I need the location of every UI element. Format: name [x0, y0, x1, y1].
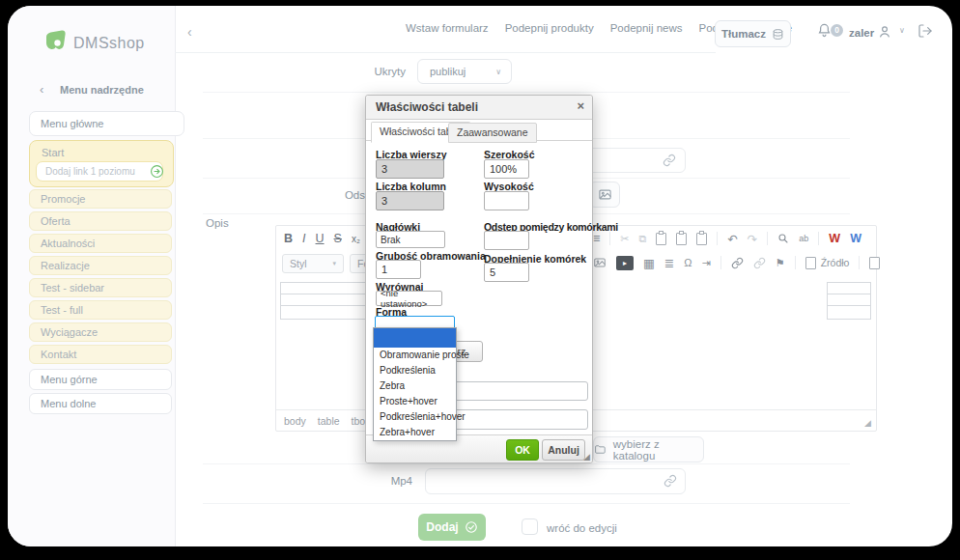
- forma-dropdown-option[interactable]: Obramowanie proste: [374, 348, 456, 363]
- table-cell: [827, 305, 871, 320]
- cut-icon[interactable]: ✂: [620, 233, 629, 245]
- forma-dropdown-option[interactable]: Podkreślenia: [374, 363, 456, 378]
- sidebar-item[interactable]: Realizacje: [29, 256, 172, 275]
- special-char-icon[interactable]: Ω: [684, 257, 692, 268]
- wysokosc-input[interactable]: [484, 191, 529, 210]
- link-icon[interactable]: [731, 257, 744, 269]
- sidebar-item[interactable]: Test - full: [29, 300, 172, 320]
- anchor-icon[interactable]: ⚑: [776, 257, 785, 269]
- dodaj-button[interactable]: Dodaj: [418, 514, 486, 541]
- close-icon[interactable]: ×: [577, 98, 584, 113]
- toolbar-separator: [717, 232, 718, 245]
- show-blocks-icon[interactable]: ≡: [593, 232, 600, 245]
- word-blue-icon[interactable]: W: [850, 232, 861, 245]
- underline-icon[interactable]: U: [316, 232, 325, 245]
- brand-name: DMSshop: [73, 35, 145, 52]
- topbar-menu-item[interactable]: Wstaw formularz: [406, 22, 489, 34]
- path-element[interactable]: body: [284, 415, 306, 427]
- paste-plain-text-icon[interactable]: [696, 233, 707, 245]
- strikethrough-icon[interactable]: S: [334, 232, 342, 245]
- table-cell: [280, 305, 369, 320]
- sidebar-item[interactable]: Aktualności: [29, 234, 172, 253]
- topbar-menu-item[interactable]: Podepnij news: [610, 22, 683, 34]
- table-icon[interactable]: ▦: [643, 256, 655, 270]
- ok-button[interactable]: OK: [506, 439, 539, 461]
- source-label: Źródło: [821, 257, 850, 268]
- szerokosc-input[interactable]: [484, 159, 529, 179]
- sidebar-item[interactable]: Promocje: [29, 189, 172, 209]
- templates-icon[interactable]: [869, 257, 880, 269]
- sidebar-item[interactable]: Test - sidebar: [29, 278, 172, 297]
- sidebar-item-start[interactable]: Start: [42, 147, 64, 158]
- odstep-input[interactable]: [484, 231, 529, 250]
- styl-combo[interactable]: Styl ▾: [282, 254, 344, 273]
- page-break-icon[interactable]: ⇥: [702, 257, 711, 269]
- editor-resize-icon[interactable]: ◢: [864, 418, 871, 428]
- tab-zaawansowane[interactable]: Zaawansowane: [448, 123, 537, 143]
- topbar-divider: [175, 52, 716, 53]
- sidebar-item[interactable]: Menu górne: [29, 369, 172, 390]
- publikuj-select[interactable]: publikuj ∨: [417, 59, 512, 84]
- chevron-left-icon[interactable]: ‹: [40, 82, 43, 97]
- topbar-menu-item[interactable]: Podepnij produkty: [505, 22, 594, 34]
- sidebar-item-menu-glowne[interactable]: Menu główne: [29, 111, 184, 136]
- horizontal-rule-icon[interactable]: ≣: [664, 256, 674, 270]
- undo-icon[interactable]: ↶: [727, 232, 737, 246]
- user-icon[interactable]: [877, 24, 892, 40]
- chevron-down-icon[interactable]: ∨: [899, 26, 905, 35]
- mp4-label: Mp4: [319, 475, 412, 487]
- dialog-resize-icon[interactable]: ◢: [583, 452, 590, 462]
- grubosc-input[interactable]: [376, 260, 421, 279]
- notification-badge[interactable]: 0: [831, 24, 843, 37]
- sidebar-item[interactable]: Wyciągacze: [29, 322, 172, 342]
- anuluj-button[interactable]: Anuluj: [542, 439, 585, 461]
- forma-dropdown-option[interactable]: [374, 328, 456, 348]
- dopelnienie-input[interactable]: [484, 263, 529, 282]
- layers-database-icon: [772, 28, 784, 41]
- toolbar-separator: [818, 232, 819, 245]
- image-picker-button[interactable]: [589, 182, 620, 208]
- forma-dropdown-option[interactable]: Podkreślenia+hover: [374, 409, 456, 425]
- toolbar-separator: [767, 232, 768, 245]
- add-link-arrow-icon[interactable]: [150, 164, 164, 179]
- sidebar-item[interactable]: Menu dolne: [29, 393, 172, 414]
- wyrownaj-select[interactable]: <nie ustawiono>: [376, 291, 442, 306]
- logout-icon[interactable]: [918, 23, 933, 39]
- word-red-icon[interactable]: W: [829, 232, 840, 245]
- source-button[interactable]: Źródło: [805, 257, 850, 269]
- link-icon: [663, 154, 676, 167]
- liczba-wierszy-input[interactable]: [376, 159, 444, 179]
- wroc-do-edycji-checkbox[interactable]: [522, 518, 538, 535]
- unlink-icon[interactable]: [753, 257, 766, 269]
- redo-icon[interactable]: ↷: [748, 232, 757, 246]
- search-icon[interactable]: [777, 233, 789, 244]
- italic-icon[interactable]: I: [302, 232, 305, 245]
- user-name[interactable]: zaler: [849, 27, 874, 39]
- topbar-back-icon[interactable]: ‹: [187, 24, 192, 40]
- paste-from-word-icon[interactable]: [676, 233, 687, 245]
- forma-dropdown-option[interactable]: Zebra: [374, 378, 456, 394]
- toolbar-separator: [795, 256, 796, 269]
- forma-dropdown-option[interactable]: Proste+hover: [374, 394, 456, 409]
- sidebar-item[interactable]: Oferta: [29, 211, 172, 231]
- replace-icon[interactable]: ab: [799, 234, 808, 243]
- bold-icon[interactable]: B: [284, 232, 293, 245]
- forma-dropdown-option[interactable]: Zebra+hover: [374, 425, 456, 440]
- mp4-input[interactable]: [425, 468, 686, 494]
- path-element[interactable]: table: [318, 415, 340, 427]
- sidebar-item[interactable]: Kontakt: [29, 345, 172, 364]
- naglowki-select[interactable]: Brak: [376, 231, 445, 248]
- liczba-kolumn-input[interactable]: [376, 191, 444, 210]
- tlumacz-button[interactable]: Tłumacz: [715, 20, 791, 47]
- ods-label: Ods: [319, 189, 365, 201]
- source-icon: [805, 257, 816, 269]
- menu-nadrzedne-label[interactable]: Menu nadrzędne: [60, 84, 144, 96]
- copy-icon[interactable]: ⧉: [639, 233, 647, 245]
- add-link-input[interactable]: [36, 161, 163, 182]
- subscript-icon[interactable]: x₂: [352, 234, 360, 244]
- paste-icon[interactable]: [656, 233, 666, 245]
- image-icon: [598, 187, 612, 202]
- image-icon[interactable]: [593, 256, 607, 269]
- video-icon[interactable]: ▸: [616, 256, 634, 270]
- wybierz-z-katalogu-button[interactable]: wybierz z katalogu: [593, 436, 704, 462]
